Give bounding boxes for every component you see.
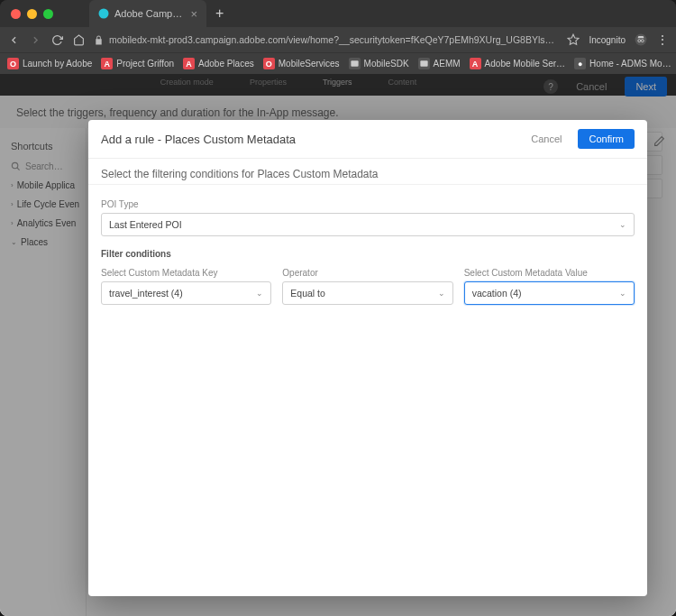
bookmark-icon: A [470,58,481,69]
operator-value: Equal to [290,288,325,299]
chevron-down-icon: ⌄ [619,220,626,229]
chevron-down-icon: ⌄ [619,289,626,298]
reload-button[interactable] [50,33,63,46]
filter-conditions-heading: Filter conditions [101,249,635,259]
tab-title: Adobe Campaign [114,8,185,19]
bookmark-item[interactable]: AProject Griffon [101,58,174,69]
chevron-down-icon: ⌄ [256,289,263,298]
bookmark-item[interactable]: OLaunch by Adobe [7,58,92,69]
modal-cancel-button[interactable]: Cancel [520,129,572,149]
svg-marker-1 [569,34,580,44]
bookmark-item[interactable]: AAdobe Places [183,58,254,69]
bookmark-item[interactable]: ●Home - ADMS Mo… [574,58,671,69]
bookmarks-bar: OLaunch by Adobe AProject Griffon AAdobe… [0,52,676,74]
add-rule-modal: Add a rule - Places Custom Metadata Canc… [88,120,647,596]
close-window-button[interactable] [11,9,21,19]
svg-rect-5 [351,60,358,66]
bookmark-label: AEMM [434,59,461,69]
modal-title: Add a rule - Places Custom Metadata [101,133,296,146]
star-button[interactable] [567,33,580,46]
incognito-icon[interactable] [635,33,647,46]
bookmark-label: Project Griffon [116,59,174,69]
home-button[interactable] [72,33,85,46]
url-bar[interactable]: mobiledx-mkt-prod3.campaign.adobe.com/vi… [94,34,558,45]
bookmark-icon: ● [574,58,586,69]
poi-type-value: Last Entered POI [109,219,182,230]
browser-nav-row: mobiledx-mkt-prod3.campaign.adobe.com/vi… [0,27,676,52]
lock-icon [94,35,104,45]
poi-type-label: POI Type [101,199,635,209]
bookmark-item[interactable]: OMobileServices [263,58,340,69]
bookmark-label: Adobe Mobile Ser… [485,59,566,69]
bookmark-item[interactable]: AEMM [418,58,461,69]
metadata-value-select[interactable]: vacation (4) ⌄ [464,281,635,305]
bookmark-label: Home - ADMS Mo… [589,59,671,69]
metadata-key-value: travel_interest (4) [109,288,183,299]
modal-subtitle: Select the filtering conditions for Plac… [88,159,647,185]
bookmark-icon [418,58,430,69]
metadata-key-select[interactable]: travel_interest (4) ⌄ [101,281,271,305]
bookmark-icon: A [183,58,195,69]
bookmark-label: Adobe Places [198,59,254,69]
window-traffic-lights [11,9,53,19]
new-tab-button[interactable]: + [206,5,233,22]
operator-select[interactable]: Equal to ⌄ [282,281,452,305]
bookmark-icon: O [7,58,19,69]
modal-confirm-button[interactable]: Confirm [578,129,635,149]
titlebar: Adobe Campaign × + [0,0,676,27]
bookmark-label: MobileServices [279,59,340,69]
bookmark-item[interactable]: AAdobe Mobile Ser… [470,58,566,69]
forward-button[interactable] [29,33,41,46]
back-button[interactable] [7,33,20,46]
close-tab-icon[interactable]: × [190,8,197,20]
bookmark-label: MobileSDK [364,59,409,69]
adobe-favicon-icon [98,8,109,19]
url-text: mobiledx-mkt-prod3.campaign.adobe.com/vi… [109,34,558,45]
svg-point-0 [99,9,109,19]
svg-rect-6 [420,60,427,66]
bookmark-icon: A [101,58,113,69]
metadata-key-label: Select Custom Metadata Key [101,268,271,278]
browser-tab[interactable]: Adobe Campaign × [89,0,206,27]
zoom-window-button[interactable] [43,9,53,19]
bookmark-item[interactable]: MobileSDK [349,58,409,69]
operator-label: Operator [282,268,452,278]
incognito-label: Incognito [589,35,626,45]
bookmark-label: Launch by Adobe [23,59,92,69]
minimize-window-button[interactable] [27,9,37,19]
poi-type-select[interactable]: Last Entered POI ⌄ [101,213,635,236]
metadata-value-value: vacation (4) [472,288,522,299]
metadata-value-label: Select Custom Metadata Value [464,268,635,278]
browser-menu-button[interactable]: ⋮ [656,32,669,47]
bookmark-icon: O [263,58,275,69]
bookmark-icon [349,58,361,69]
chevron-down-icon: ⌄ [438,289,445,298]
svg-point-2 [635,34,647,46]
